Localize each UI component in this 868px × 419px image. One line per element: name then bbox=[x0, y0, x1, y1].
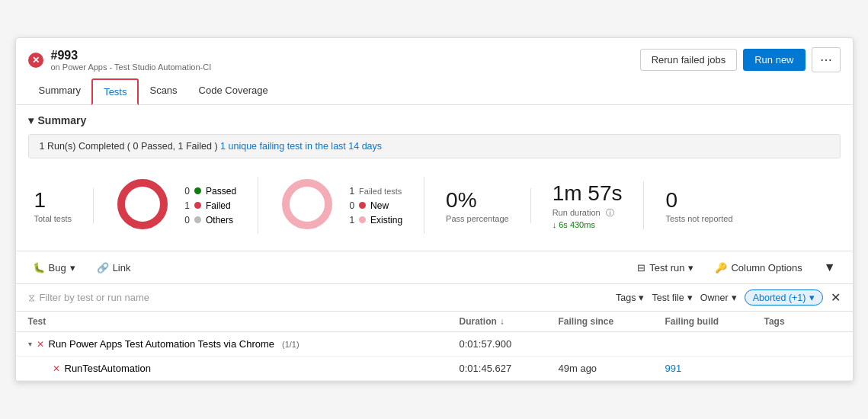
summary-banner: 1 Run(s) Completed ( 0 Passed, 1 Failed … bbox=[28, 134, 841, 158]
donut-svg-2 bbox=[280, 177, 335, 232]
title-info: #993 on Power Apps - Test Studio Automat… bbox=[51, 49, 212, 72]
tab-scans[interactable]: Scans bbox=[139, 78, 187, 104]
sort-icon: ↓ bbox=[500, 316, 504, 327]
run-subtitle: on Power Apps - Test Studio Automation-C… bbox=[51, 62, 212, 72]
existing-count: 1 bbox=[345, 215, 354, 225]
passed-label: Passed bbox=[206, 186, 236, 197]
tags-filter[interactable]: Tags ▾ bbox=[616, 292, 644, 303]
filter-placeholder: Filter by test or run name bbox=[40, 292, 150, 303]
failed-dot bbox=[194, 202, 201, 209]
legend-failed-tests: 1 Failed tests bbox=[345, 186, 402, 197]
existing-dot bbox=[359, 216, 366, 223]
link-label: Link bbox=[113, 262, 131, 273]
bug-label: Bug bbox=[49, 262, 66, 273]
clear-filter-button[interactable]: ✕ bbox=[831, 290, 841, 305]
col-test: Test bbox=[28, 316, 460, 327]
donut-svg-1 bbox=[115, 177, 170, 232]
column-options-icon: 🔑 bbox=[715, 262, 727, 273]
tests-not-reported-number: 0 bbox=[665, 188, 677, 213]
test-file-chevron: ▾ bbox=[687, 292, 693, 303]
unique-failing-link[interactable]: 1 unique failing test in the last 14 day… bbox=[220, 141, 382, 152]
tests-not-reported-label: Tests not reported bbox=[665, 214, 732, 223]
chart1-section: 0 Passed 1 Failed 0 Others bbox=[94, 177, 258, 234]
total-tests-stat: 1 Total tests bbox=[28, 188, 94, 223]
passed-dot bbox=[194, 187, 201, 194]
new-count: 0 bbox=[345, 200, 354, 211]
action-toolbar: 🐛 Bug ▾ 🔗 Link ⊟ Test run ▾ 🔑 Column Opt… bbox=[16, 251, 853, 284]
chart1-legend: 0 Passed 1 Failed 0 Others bbox=[181, 186, 236, 225]
run-new-button[interactable]: Run new bbox=[743, 49, 805, 71]
col-duration[interactable]: Duration ↓ bbox=[460, 316, 559, 327]
aborted-label: Aborted (+1) bbox=[753, 293, 806, 303]
toolbar-right: ⊟ Test run ▾ 🔑 Column Options ▼ bbox=[633, 257, 840, 277]
others-dot bbox=[194, 216, 201, 223]
svg-point-1 bbox=[121, 183, 164, 225]
test-file-filter[interactable]: Test file ▾ bbox=[652, 292, 692, 303]
pass-pct-label: Pass percentage bbox=[446, 214, 509, 223]
failed-tests-label: Failed tests bbox=[359, 187, 402, 196]
donut-chart-2 bbox=[280, 177, 335, 234]
run-duration-stat: 1m 57s Run duration ⓘ ↓ 6s 430ms bbox=[531, 181, 645, 229]
link-icon: 🔗 bbox=[97, 262, 109, 273]
filter-icon: ▼ bbox=[824, 261, 836, 274]
pass-pct-number: 0% bbox=[446, 188, 476, 213]
test-run-button[interactable]: ⊟ Test run ▾ bbox=[633, 259, 698, 277]
fail-icon-child: ✕ bbox=[53, 363, 60, 374]
column-options-button[interactable]: 🔑 Column Options bbox=[710, 259, 806, 277]
link-button[interactable]: 🔗 Link bbox=[92, 259, 136, 277]
col-tags: Tags bbox=[764, 316, 841, 327]
stats-row: 1 Total tests 0 Passed bbox=[28, 169, 841, 241]
new-label: New bbox=[370, 200, 389, 211]
tabs-bar: Summary Tests Scans Code Coverage bbox=[28, 78, 841, 104]
toolbar-left: 🐛 Bug ▾ 🔗 Link bbox=[28, 259, 136, 277]
filter-button[interactable]: ▼ bbox=[819, 257, 841, 277]
failed-count: 1 bbox=[181, 200, 190, 211]
filter-input-area[interactable]: ⧖ Filter by test or run name bbox=[28, 292, 150, 304]
table-row: ▾ ✕ Run Power Apps Test Automation Tests… bbox=[16, 332, 853, 357]
bug-button[interactable]: 🐛 Bug ▾ bbox=[28, 259, 80, 277]
run-duration-sub: ↓ 6s 430ms bbox=[553, 220, 595, 229]
tab-summary[interactable]: Summary bbox=[28, 78, 92, 104]
aborted-filter[interactable]: Aborted (+1) ▾ bbox=[745, 289, 823, 305]
tests-not-reported-stat: 0 Tests not reported bbox=[644, 188, 754, 223]
expand-icon[interactable]: ▾ bbox=[28, 340, 32, 348]
total-tests-label: Total tests bbox=[34, 214, 72, 223]
col-failing-since: Failing since bbox=[559, 316, 665, 327]
pass-pct-stat: 0% Pass percentage bbox=[424, 188, 531, 223]
group-test-name: Run Power Apps Test Automation Tests via… bbox=[49, 338, 275, 350]
owner-filter[interactable]: Owner ▾ bbox=[700, 292, 737, 303]
passed-count: 0 bbox=[181, 186, 190, 197]
more-options-button[interactable]: ⋯ bbox=[812, 47, 841, 72]
total-tests-number: 1 bbox=[34, 188, 46, 213]
close-button[interactable]: ✕ bbox=[28, 53, 43, 68]
svg-point-2 bbox=[286, 183, 328, 225]
rerun-failed-button[interactable]: Rerun failed jobs bbox=[640, 49, 738, 71]
table-header: Test Duration ↓ Failing since Failing bu… bbox=[16, 312, 853, 332]
page-header: ✕ #993 on Power Apps - Test Studio Autom… bbox=[16, 38, 853, 105]
legend-existing: 1 Existing bbox=[345, 215, 402, 225]
tab-tests[interactable]: Tests bbox=[91, 78, 139, 105]
info-icon[interactable]: ⓘ bbox=[606, 208, 614, 217]
child-duration: 0:01:45.627 bbox=[460, 363, 559, 374]
header-actions: Rerun failed jobs Run new ⋯ bbox=[640, 47, 841, 72]
summary-header[interactable]: ▾ Summary bbox=[28, 114, 841, 126]
title-section: ✕ #993 on Power Apps - Test Studio Autom… bbox=[28, 49, 212, 72]
legend-failed: 1 Failed bbox=[181, 200, 236, 211]
row-group-name: ▾ ✕ Run Power Apps Test Automation Tests… bbox=[28, 338, 460, 350]
fail-icon-group: ✕ bbox=[37, 339, 44, 350]
column-options-label: Column Options bbox=[731, 262, 802, 273]
child-failing-build[interactable]: 991 bbox=[665, 363, 764, 374]
others-label: Others bbox=[206, 215, 233, 225]
existing-label: Existing bbox=[370, 215, 402, 225]
bug-icon: 🐛 bbox=[33, 262, 45, 273]
tab-code-coverage[interactable]: Code Coverage bbox=[188, 78, 279, 104]
child-failing-since: 49m ago bbox=[559, 363, 665, 374]
chart2-section: 1 Failed tests 0 New 1 Existing bbox=[258, 177, 424, 234]
aborted-chevron: ▾ bbox=[809, 292, 815, 303]
col-failing-build: Failing build bbox=[665, 316, 764, 327]
test-run-icon: ⊟ bbox=[637, 262, 645, 273]
filter-bar: ⧖ Filter by test or run name Tags ▾ Test… bbox=[16, 284, 853, 312]
run-id: #993 bbox=[51, 49, 212, 62]
bug-chevron: ▾ bbox=[70, 262, 75, 273]
chart2-legend: 1 Failed tests 0 New 1 Existing bbox=[345, 186, 402, 225]
